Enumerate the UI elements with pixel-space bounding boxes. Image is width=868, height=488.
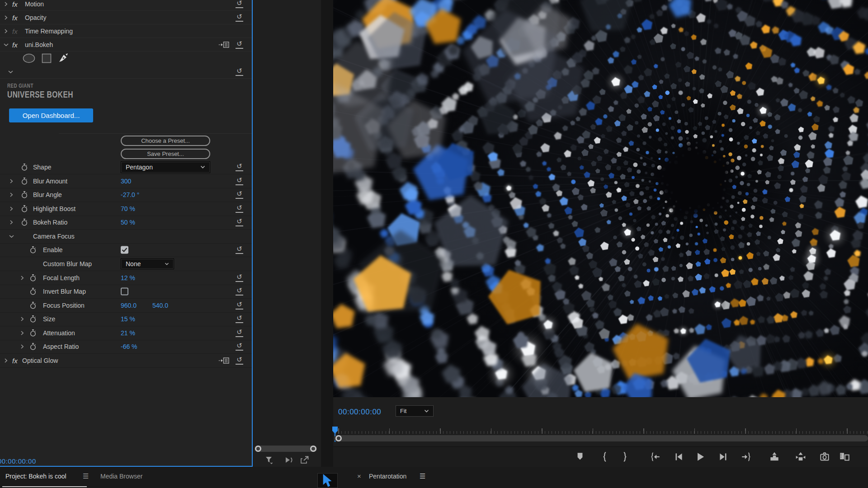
lane-zoom-scrollbar[interactable] xyxy=(255,446,317,452)
reset-icon[interactable]: ↺ xyxy=(236,287,243,296)
param-value[interactable]: 12 % xyxy=(121,274,135,282)
param-value[interactable]: -66 % xyxy=(121,343,137,350)
param-row-blur-amount[interactable]: Blur Amount300↺ xyxy=(0,174,252,188)
param-value[interactable]: 15 % xyxy=(121,315,135,323)
param-row-attenuation[interactable]: Attenuation21 %↺ xyxy=(0,326,252,340)
param-row-shape[interactable]: ShapePentagon↺ xyxy=(0,160,252,174)
chevron-right-icon[interactable] xyxy=(20,344,24,349)
program-scrollbar[interactable] xyxy=(334,435,868,441)
reset-icon[interactable]: ↺ xyxy=(236,14,243,22)
param-row-enable[interactable]: Enable↺ xyxy=(0,243,252,257)
stopwatch-icon[interactable] xyxy=(21,178,28,185)
param-value[interactable]: 50 % xyxy=(121,219,135,226)
panel-menu-icon[interactable]: ☰ xyxy=(83,472,89,480)
reset-icon[interactable]: ↺ xyxy=(236,357,243,365)
chevron-down-icon[interactable] xyxy=(4,42,8,47)
param-row-custom-blur-map[interactable]: Custom Blur MapNone xyxy=(0,257,252,271)
chevron-right-icon[interactable] xyxy=(20,317,24,321)
reset-icon[interactable]: ↺ xyxy=(236,301,243,310)
fx-badge-icon[interactable]: fx xyxy=(12,0,18,8)
chevron-right-icon[interactable] xyxy=(20,331,24,335)
chevron-right-icon[interactable] xyxy=(4,358,8,363)
mark-out-button[interactable] xyxy=(619,451,631,463)
panel-menu-icon[interactable]: ☰ xyxy=(420,472,425,480)
fx-badge-icon[interactable]: fx xyxy=(12,357,18,364)
reset-icon[interactable]: ↺ xyxy=(236,274,243,282)
reset-icon[interactable]: ↺ xyxy=(236,163,243,171)
video-preview-bokeh[interactable] xyxy=(333,0,868,397)
program-timecode[interactable]: 00:00:00:00 xyxy=(338,408,381,417)
param-dropdown[interactable]: Pentagon xyxy=(121,161,210,173)
param-row-focus-position[interactable]: Focus Position960.0540.0↺ xyxy=(0,299,252,313)
open-dashboard-button[interactable]: Open Dashboard... xyxy=(9,108,93,122)
reset-icon[interactable]: ↺ xyxy=(236,315,243,323)
fx-badge-icon[interactable]: fx xyxy=(12,27,18,35)
chevron-right-icon[interactable] xyxy=(4,15,8,20)
param-row-blur-angle[interactable]: Blur Angle-27.0 °↺ xyxy=(0,188,252,202)
go-to-out-button[interactable] xyxy=(741,451,752,463)
reset-icon[interactable]: ↺ xyxy=(236,246,243,254)
param-row-focal-length[interactable]: Focal Length12 %↺ xyxy=(0,271,252,285)
tab-media-browser[interactable]: Media Browser xyxy=(100,473,142,480)
reset-icon[interactable]: ↺ xyxy=(236,205,243,213)
effect-section-row[interactable]: ↺ xyxy=(0,65,252,79)
stopwatch-icon[interactable] xyxy=(21,219,28,226)
param-row-invert-blur-map[interactable]: Invert Blur Map↺ xyxy=(0,285,252,299)
setup-icon[interactable] xyxy=(218,42,229,48)
zoom-handle-left[interactable] xyxy=(255,446,261,452)
stopwatch-icon[interactable] xyxy=(30,329,36,337)
step-back-button[interactable] xyxy=(673,451,684,463)
save-preset-button[interactable]: Save Preset... xyxy=(121,149,210,159)
reset-icon[interactable]: ↺ xyxy=(236,0,243,8)
param-value[interactable]: 70 % xyxy=(121,205,135,212)
zoom-handle-right[interactable] xyxy=(310,446,316,452)
close-icon[interactable]: × xyxy=(357,472,361,480)
stopwatch-icon[interactable] xyxy=(21,191,28,198)
param-value[interactable]: -27.0 ° xyxy=(121,191,139,198)
effect-row-optical-glow[interactable]: fxOptical Glow↺ xyxy=(0,353,252,368)
go-to-in-button[interactable] xyxy=(649,451,661,463)
chevron-down-icon[interactable] xyxy=(9,234,14,239)
param-dropdown[interactable]: None xyxy=(121,258,174,269)
effect-row-uni-bokeh[interactable]: fxuni.Bokeh↺ xyxy=(0,38,252,52)
stopwatch-icon[interactable] xyxy=(30,274,36,282)
reset-icon[interactable]: ↺ xyxy=(236,177,243,185)
reset-icon[interactable]: ↺ xyxy=(236,343,243,351)
stopwatch-icon[interactable] xyxy=(30,315,36,323)
chevron-right-icon[interactable] xyxy=(4,2,8,6)
lift-button[interactable] xyxy=(769,451,780,463)
param-row-size[interactable]: Size15 %↺ xyxy=(0,312,252,326)
ellipse-mask-icon[interactable] xyxy=(23,53,35,63)
chevron-right-icon[interactable] xyxy=(9,206,14,211)
mark-in-button[interactable] xyxy=(599,451,611,463)
effect-row-time-remapping[interactable]: fxTime Remapping xyxy=(0,24,252,38)
param-row-highlight-boost[interactable]: Highlight Boost70 %↺ xyxy=(0,202,252,216)
param-checkbox[interactable] xyxy=(121,246,128,254)
stopwatch-icon[interactable] xyxy=(30,246,36,253)
stopwatch-icon[interactable] xyxy=(30,288,36,295)
filter-icon[interactable] xyxy=(265,456,274,465)
chevron-right-icon[interactable] xyxy=(9,220,14,225)
chevron-right-icon[interactable] xyxy=(4,29,8,33)
extract-button[interactable] xyxy=(795,451,807,463)
param-value[interactable]: 21 % xyxy=(121,329,135,337)
play-button[interactable] xyxy=(694,451,706,463)
play-audio-icon[interactable] xyxy=(285,456,294,465)
stopwatch-icon[interactable] xyxy=(21,205,28,212)
stopwatch-icon[interactable] xyxy=(21,164,28,171)
chevron-right-icon[interactable] xyxy=(9,192,14,197)
add-marker-button[interactable] xyxy=(574,451,586,463)
effect-controls-timecode[interactable]: 00:00:00:00 xyxy=(0,457,36,465)
chevron-down-icon[interactable] xyxy=(8,70,13,74)
zoom-level-dropdown[interactable]: Fit xyxy=(396,405,434,417)
pen-mask-icon[interactable] xyxy=(58,53,69,63)
reset-icon[interactable]: ↺ xyxy=(236,191,243,199)
stopwatch-icon[interactable] xyxy=(30,343,36,350)
param-value-x[interactable]: 960.0 xyxy=(121,302,137,309)
param-row-camera-focus[interactable]: Camera Focus xyxy=(0,230,252,244)
param-row-bokeh-ratio[interactable]: Bokeh Ratio50 %↺ xyxy=(0,216,252,230)
param-checkbox[interactable] xyxy=(121,288,128,296)
chevron-right-icon[interactable] xyxy=(9,179,14,183)
effect-row-opacity[interactable]: fxOpacity↺ xyxy=(0,11,252,24)
step-forward-button[interactable] xyxy=(717,451,729,463)
